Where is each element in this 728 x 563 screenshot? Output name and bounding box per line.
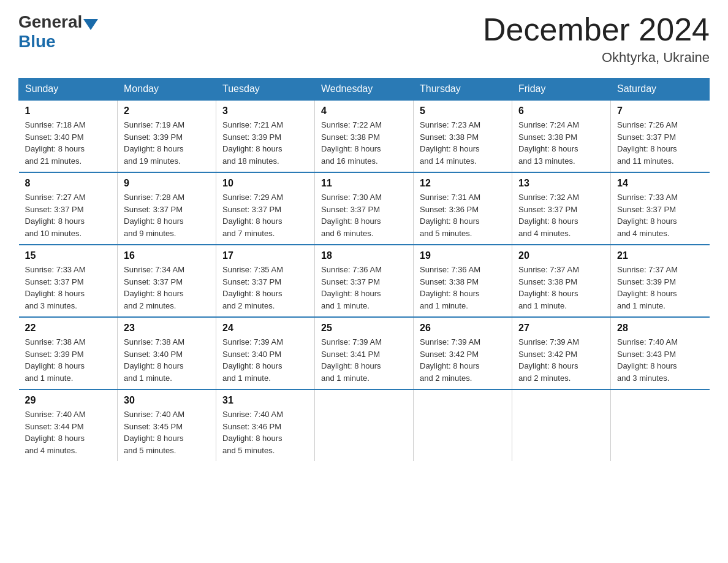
- day-number: 26: [420, 323, 506, 334]
- day-number: 9: [124, 178, 210, 189]
- day-number: 23: [124, 323, 210, 334]
- week-row-4: 22 Sunrise: 7:38 AM Sunset: 3:39 PM Dayl…: [19, 317, 710, 389]
- title-section: December 2024 Okhtyrka, Ukraine: [483, 12, 710, 66]
- day-number: 16: [124, 250, 210, 261]
- week-row-2: 8 Sunrise: 7:27 AM Sunset: 3:37 PM Dayli…: [19, 172, 710, 245]
- calendar-cell: [512, 389, 611, 461]
- day-number: 4: [321, 105, 407, 117]
- day-info: Sunrise: 7:39 AM Sunset: 3:42 PM Dayligh…: [518, 336, 604, 384]
- day-info: Sunrise: 7:37 AM Sunset: 3:38 PM Dayligh…: [518, 264, 604, 312]
- day-info: Sunrise: 7:31 AM Sunset: 3:36 PM Dayligh…: [420, 191, 506, 239]
- day-number: 1: [25, 105, 112, 117]
- calendar-cell: 17 Sunrise: 7:35 AM Sunset: 3:37 PM Dayl…: [216, 245, 315, 317]
- day-info: Sunrise: 7:35 AM Sunset: 3:37 PM Dayligh…: [222, 264, 308, 312]
- day-number: 15: [25, 250, 112, 261]
- calendar-cell: 3 Sunrise: 7:21 AM Sunset: 3:39 PM Dayli…: [216, 100, 315, 172]
- calendar-cell: [611, 389, 710, 461]
- week-row-5: 29 Sunrise: 7:40 AM Sunset: 3:44 PM Dayl…: [19, 389, 710, 461]
- page-header: General Blue December 2024 Okhtyrka, Ukr…: [18, 12, 710, 66]
- calendar-cell: 22 Sunrise: 7:38 AM Sunset: 3:39 PM Dayl…: [19, 317, 118, 389]
- day-number: 13: [518, 178, 604, 189]
- day-info: Sunrise: 7:33 AM Sunset: 3:37 PM Dayligh…: [25, 264, 112, 312]
- calendar-cell: 18 Sunrise: 7:36 AM Sunset: 3:37 PM Dayl…: [315, 245, 414, 317]
- calendar-table: SundayMondayTuesdayWednesdayThursdayFrid…: [18, 78, 710, 461]
- calendar-cell: 16 Sunrise: 7:34 AM Sunset: 3:37 PM Dayl…: [118, 245, 216, 317]
- day-info: Sunrise: 7:40 AM Sunset: 3:44 PM Dayligh…: [25, 408, 112, 456]
- calendar-cell: 25 Sunrise: 7:39 AM Sunset: 3:41 PM Dayl…: [315, 317, 414, 389]
- day-info: Sunrise: 7:26 AM Sunset: 3:37 PM Dayligh…: [617, 119, 703, 167]
- day-info: Sunrise: 7:22 AM Sunset: 3:38 PM Dayligh…: [321, 119, 407, 167]
- day-number: 22: [25, 323, 112, 334]
- day-info: Sunrise: 7:36 AM Sunset: 3:37 PM Dayligh…: [321, 264, 407, 312]
- calendar-cell: 23 Sunrise: 7:38 AM Sunset: 3:40 PM Dayl…: [118, 317, 216, 389]
- weekday-header-wednesday: Wednesday: [315, 79, 414, 101]
- calendar-cell: 14 Sunrise: 7:33 AM Sunset: 3:37 PM Dayl…: [611, 172, 710, 245]
- calendar-cell: 7 Sunrise: 7:26 AM Sunset: 3:37 PM Dayli…: [611, 100, 710, 172]
- day-info: Sunrise: 7:37 AM Sunset: 3:39 PM Dayligh…: [617, 264, 703, 312]
- day-number: 10: [222, 178, 308, 189]
- calendar-cell: 26 Sunrise: 7:39 AM Sunset: 3:42 PM Dayl…: [414, 317, 512, 389]
- day-number: 11: [321, 178, 407, 189]
- calendar-cell: 21 Sunrise: 7:37 AM Sunset: 3:39 PM Dayl…: [611, 245, 710, 317]
- day-number: 21: [617, 250, 703, 261]
- calendar-cell: [315, 389, 414, 461]
- day-info: Sunrise: 7:34 AM Sunset: 3:37 PM Dayligh…: [124, 264, 210, 312]
- day-number: 18: [321, 250, 407, 261]
- weekday-header-monday: Monday: [118, 79, 216, 101]
- weekday-header-friday: Friday: [512, 79, 611, 101]
- day-number: 14: [617, 178, 703, 189]
- weekday-header-saturday: Saturday: [611, 79, 710, 101]
- calendar-cell: 2 Sunrise: 7:19 AM Sunset: 3:39 PM Dayli…: [118, 100, 216, 172]
- day-info: Sunrise: 7:36 AM Sunset: 3:38 PM Dayligh…: [420, 264, 506, 312]
- day-info: Sunrise: 7:39 AM Sunset: 3:42 PM Dayligh…: [420, 336, 506, 384]
- calendar-cell: 1 Sunrise: 7:18 AM Sunset: 3:40 PM Dayli…: [19, 100, 118, 172]
- day-info: Sunrise: 7:38 AM Sunset: 3:40 PM Dayligh…: [124, 336, 210, 384]
- calendar-cell: 20 Sunrise: 7:37 AM Sunset: 3:38 PM Dayl…: [512, 245, 611, 317]
- logo-blue-text: Blue: [18, 32, 56, 51]
- day-info: Sunrise: 7:27 AM Sunset: 3:37 PM Dayligh…: [25, 191, 112, 239]
- month-title: December 2024: [483, 12, 710, 47]
- day-info: Sunrise: 7:29 AM Sunset: 3:37 PM Dayligh…: [222, 191, 308, 239]
- week-row-3: 15 Sunrise: 7:33 AM Sunset: 3:37 PM Dayl…: [19, 245, 710, 317]
- weekday-header-sunday: Sunday: [19, 79, 118, 101]
- day-info: Sunrise: 7:40 AM Sunset: 3:45 PM Dayligh…: [124, 408, 210, 456]
- calendar-cell: 27 Sunrise: 7:39 AM Sunset: 3:42 PM Dayl…: [512, 317, 611, 389]
- calendar-cell: 6 Sunrise: 7:24 AM Sunset: 3:38 PM Dayli…: [512, 100, 611, 172]
- calendar-cell: 9 Sunrise: 7:28 AM Sunset: 3:37 PM Dayli…: [118, 172, 216, 245]
- day-number: 6: [518, 105, 604, 117]
- calendar-cell: 10 Sunrise: 7:29 AM Sunset: 3:37 PM Dayl…: [216, 172, 315, 245]
- logo: General Blue: [18, 12, 99, 52]
- day-info: Sunrise: 7:40 AM Sunset: 3:43 PM Dayligh…: [617, 336, 703, 384]
- calendar-cell: 11 Sunrise: 7:30 AM Sunset: 3:37 PM Dayl…: [315, 172, 414, 245]
- calendar-cell: 24 Sunrise: 7:39 AM Sunset: 3:40 PM Dayl…: [216, 317, 315, 389]
- day-number: 27: [518, 323, 604, 334]
- day-info: Sunrise: 7:32 AM Sunset: 3:37 PM Dayligh…: [518, 191, 604, 239]
- day-info: Sunrise: 7:21 AM Sunset: 3:39 PM Dayligh…: [222, 119, 308, 167]
- day-info: Sunrise: 7:18 AM Sunset: 3:40 PM Dayligh…: [25, 119, 112, 167]
- day-info: Sunrise: 7:39 AM Sunset: 3:40 PM Dayligh…: [222, 336, 308, 384]
- day-info: Sunrise: 7:38 AM Sunset: 3:39 PM Dayligh…: [25, 336, 112, 384]
- day-number: 24: [222, 323, 308, 334]
- day-number: 5: [420, 105, 506, 117]
- calendar-cell: 4 Sunrise: 7:22 AM Sunset: 3:38 PM Dayli…: [315, 100, 414, 172]
- calendar-cell: 15 Sunrise: 7:33 AM Sunset: 3:37 PM Dayl…: [19, 245, 118, 317]
- calendar-cell: 13 Sunrise: 7:32 AM Sunset: 3:37 PM Dayl…: [512, 172, 611, 245]
- day-number: 29: [25, 395, 112, 406]
- day-number: 25: [321, 323, 407, 334]
- day-info: Sunrise: 7:40 AM Sunset: 3:46 PM Dayligh…: [222, 408, 308, 456]
- calendar-cell: 5 Sunrise: 7:23 AM Sunset: 3:38 PM Dayli…: [414, 100, 512, 172]
- weekday-header-thursday: Thursday: [414, 79, 512, 101]
- day-number: 30: [124, 395, 210, 406]
- day-number: 17: [222, 250, 308, 261]
- week-row-1: 1 Sunrise: 7:18 AM Sunset: 3:40 PM Dayli…: [19, 100, 710, 172]
- logo-general-text: General: [18, 12, 82, 32]
- day-info: Sunrise: 7:33 AM Sunset: 3:37 PM Dayligh…: [617, 191, 703, 239]
- day-number: 20: [518, 250, 604, 261]
- day-number: 19: [420, 250, 506, 261]
- weekday-header-tuesday: Tuesday: [216, 79, 315, 101]
- calendar-cell: 29 Sunrise: 7:40 AM Sunset: 3:44 PM Dayl…: [19, 389, 118, 461]
- day-number: 3: [222, 105, 308, 117]
- day-info: Sunrise: 7:24 AM Sunset: 3:38 PM Dayligh…: [518, 119, 604, 167]
- day-info: Sunrise: 7:30 AM Sunset: 3:37 PM Dayligh…: [321, 191, 407, 239]
- weekday-header-row: SundayMondayTuesdayWednesdayThursdayFrid…: [19, 79, 710, 101]
